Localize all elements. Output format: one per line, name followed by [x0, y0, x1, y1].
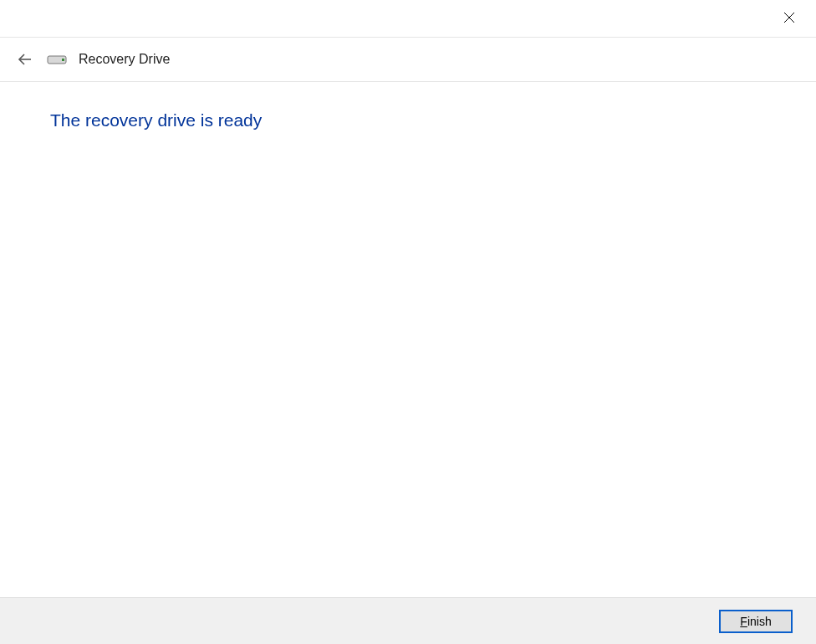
finish-button-label: Finish	[740, 615, 771, 628]
header-bar: Recovery Drive	[0, 37, 816, 82]
finish-button[interactable]: Finish	[719, 610, 793, 633]
drive-icon	[47, 53, 67, 66]
back-button[interactable]	[15, 49, 35, 69]
footer-bar: Finish	[0, 597, 816, 644]
content-area: The recovery drive is ready	[0, 82, 816, 597]
close-icon	[783, 12, 795, 23]
wizard-window: Recovery Drive The recovery drive is rea…	[0, 0, 816, 644]
titlebar	[0, 0, 816, 37]
svg-rect-4	[62, 59, 64, 61]
page-heading: The recovery drive is ready	[50, 110, 766, 130]
wizard-title: Recovery Drive	[79, 52, 170, 67]
close-button[interactable]	[774, 5, 804, 30]
arrow-left-icon	[17, 51, 33, 68]
